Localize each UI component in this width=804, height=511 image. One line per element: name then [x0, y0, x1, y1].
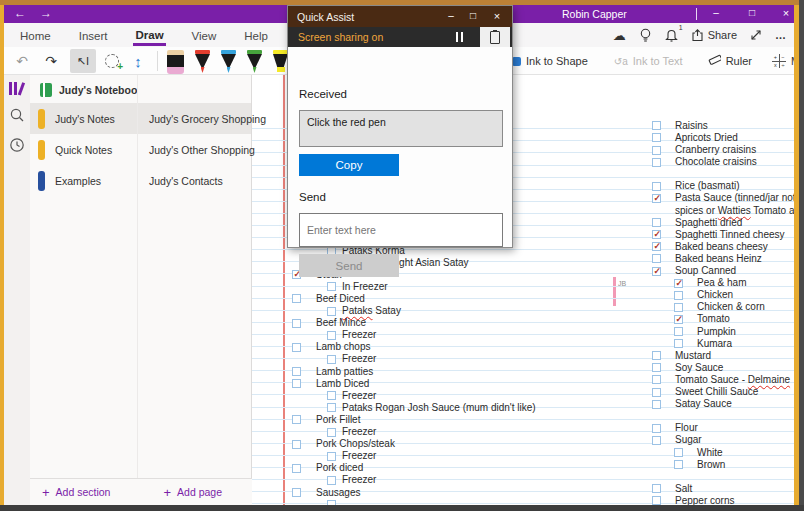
checklist-item-text[interactable]: Spaghetti dried [675, 217, 742, 229]
checklist-item-text[interactable]: Satay Sauce [675, 398, 732, 410]
pause-sharing-icon[interactable] [456, 32, 463, 42]
checklist-item-text[interactable]: spices or Watties Tomato and [675, 205, 795, 217]
todo-checkbox[interactable] [327, 403, 336, 412]
lightbulb-icon[interactable] [639, 28, 652, 43]
todo-checkbox[interactable] [674, 327, 683, 336]
checklist-item-text[interactable]: Freezer [342, 474, 376, 486]
fullscreen-icon[interactable] [750, 29, 762, 41]
checklist-item-text[interactable]: Sausages [316, 487, 360, 499]
quick-assist-titlebar[interactable]: Quick Assist – □ × [288, 6, 512, 27]
todo-checkbox[interactable] [652, 254, 661, 263]
checklist-item-text[interactable]: Pumpkin [697, 326, 736, 338]
checklist-item-text[interactable]: Freezer [342, 329, 376, 341]
add-page-button[interactable]: + Add page [163, 485, 222, 500]
checklist-item-text[interactable]: Pataks Rogan Josh Sauce (mum didn't like… [342, 402, 536, 414]
sidebar-section-quick-notes[interactable]: Quick Notes [30, 134, 137, 165]
todo-checkbox[interactable] [652, 424, 661, 433]
todo-checkbox[interactable]: ✓ [674, 279, 683, 288]
todo-checkbox[interactable] [652, 363, 661, 372]
todo-checkbox[interactable]: ✓ [652, 267, 661, 276]
checklist-item-text[interactable]: Beef Mince [316, 317, 366, 329]
send-message-input[interactable] [299, 213, 503, 247]
checklist-item-text[interactable]: Lamb patties [316, 366, 373, 378]
ink-to-shape-button[interactable]: Ink to Shape [512, 55, 588, 67]
copy-button[interactable]: Copy [299, 154, 399, 176]
checklist-item-text[interactable]: Pea & ham [697, 277, 746, 289]
eraser-icon[interactable] [167, 50, 184, 74]
page-item-judy-s-grocery-shopping[interactable]: Judy's Grocery Shopping [138, 103, 251, 134]
todo-checkbox[interactable] [327, 331, 336, 340]
pen-red-icon[interactable] [195, 50, 210, 75]
checklist-item-text[interactable]: Baked beans cheesy [675, 241, 768, 253]
checklist-item-text[interactable]: Brown [697, 459, 725, 471]
sidebar-section-judy-s-notes[interactable]: Judy's Notes [30, 103, 137, 134]
todo-checkbox[interactable] [292, 294, 301, 303]
undo-icon[interactable]: ↶ [12, 53, 32, 69]
todo-checkbox[interactable] [652, 436, 661, 445]
add-section-button[interactable]: + Add section [42, 485, 110, 500]
todo-checkbox[interactable] [652, 146, 661, 155]
todo-checkbox[interactable] [327, 307, 336, 316]
checklist-item-text[interactable]: Lamb chops [316, 341, 370, 353]
todo-checkbox[interactable] [674, 303, 683, 312]
checklist-item-text[interactable]: Freezer [342, 353, 376, 365]
recent-notes-clock-icon[interactable] [9, 137, 25, 153]
checklist-item-text[interactable]: Sugar [675, 434, 702, 446]
qa-maximize-button[interactable]: □ [464, 10, 482, 21]
checklist-item-text[interactable]: Beef Diced [316, 293, 365, 305]
share-button[interactable]: Share [691, 29, 737, 42]
checklist-item-text[interactable]: Flour [675, 422, 698, 434]
forward-arrow-icon[interactable]: → [40, 6, 52, 20]
checklist-item-text[interactable]: Pork Chops/steak [316, 438, 395, 450]
todo-checkbox[interactable]: ✓ [674, 315, 683, 324]
todo-checkbox[interactable] [327, 452, 336, 461]
highlighter-yellow-icon[interactable] [273, 50, 288, 75]
checklist-item-text[interactable]: Chicken [697, 289, 733, 301]
todo-checkbox[interactable] [292, 367, 301, 376]
redo-icon[interactable]: ↷ [41, 53, 61, 69]
todo-checkbox[interactable] [292, 440, 301, 449]
todo-checkbox[interactable] [292, 379, 301, 388]
todo-checkbox[interactable] [652, 158, 661, 167]
tab-home[interactable]: Home [18, 26, 53, 44]
todo-checkbox[interactable]: ✓ [652, 194, 661, 203]
pen-green-icon[interactable] [247, 50, 262, 75]
todo-checkbox[interactable] [292, 464, 301, 473]
tab-view[interactable]: View [190, 26, 219, 44]
todo-checkbox[interactable] [652, 400, 661, 409]
checklist-item-text[interactable]: Kumara [697, 338, 732, 350]
todo-checkbox[interactable] [327, 355, 336, 364]
back-arrow-icon[interactable]: ← [14, 6, 26, 20]
checklist-item-text[interactable]: Pork diced [316, 462, 363, 474]
checklist-item-text[interactable]: Pataks Satay [342, 305, 401, 317]
todo-checkbox[interactable] [327, 476, 336, 485]
checklist-item-text[interactable]: White [697, 447, 723, 459]
checklist-item-text[interactable]: Soy Sauce [675, 362, 723, 374]
checklist-item-text[interactable]: Sweet Chilli Sauce [675, 386, 758, 398]
todo-checkbox[interactable]: ✓ [652, 230, 661, 239]
checklist-item-text[interactable]: Freezer [342, 390, 376, 402]
checklist-item-text[interactable]: Cranberry craisins [675, 144, 756, 156]
todo-checkbox[interactable] [292, 415, 301, 424]
qa-minimize-button[interactable]: – [442, 10, 460, 21]
todo-checkbox[interactable] [292, 343, 301, 352]
pen-blue-icon[interactable] [221, 50, 236, 75]
sync-status-icon[interactable]: ☁ [613, 28, 626, 43]
checklist-item-text[interactable]: Freezer [342, 426, 376, 438]
more-options-button[interactable]: … [775, 29, 786, 41]
todo-checkbox[interactable] [652, 121, 661, 130]
checklist-item-text[interactable]: Rice (basmati) [675, 180, 739, 192]
page-item-judy-s-contacts[interactable]: Judy's Contacts [138, 165, 251, 196]
checklist-item-text[interactable]: Soup Canned [675, 265, 736, 277]
page-item-judy-s-other-shopping[interactable]: Judy's Other Shopping [138, 134, 251, 165]
checklist-item-text[interactable]: Apricots Dried [675, 132, 738, 144]
checklist-item-text[interactable]: Salt [675, 483, 692, 495]
select-tool-icon[interactable]: ↖I [70, 49, 96, 73]
send-button[interactable]: Send [299, 254, 399, 277]
checklist-item-text[interactable]: In Freezer [342, 281, 388, 293]
todo-checkbox[interactable] [292, 319, 301, 328]
notebooks-icon[interactable] [9, 82, 22, 95]
todo-checkbox[interactable] [327, 391, 336, 400]
todo-checkbox[interactable] [652, 484, 661, 493]
minimize-button[interactable]: – [704, 7, 728, 18]
